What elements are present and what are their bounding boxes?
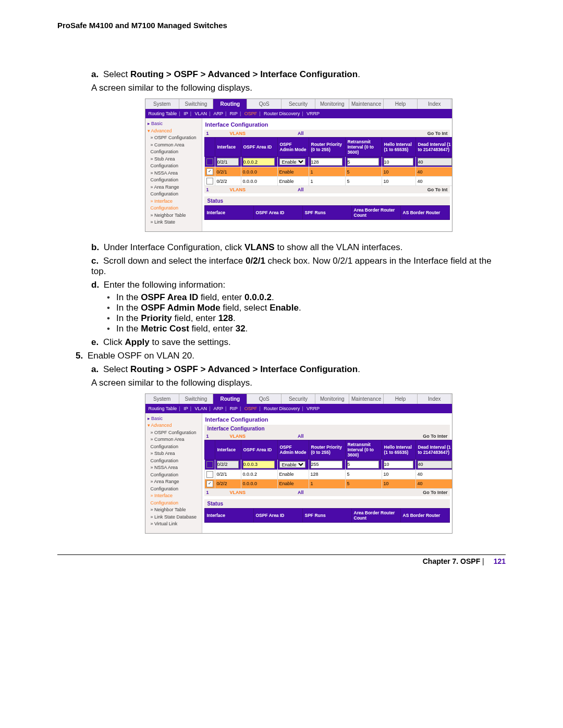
input-row[interactable]: Enable xyxy=(204,459,452,470)
status-table: InterfaceOSPF Area IDSPF RunsArea Border… xyxy=(204,508,450,523)
filter-bar[interactable]: 1 VLANS All Go To Int xyxy=(204,130,450,137)
status-table: InterfaceOSPF Area IDSPF RunsArea Border… xyxy=(204,205,450,220)
sidebar[interactable]: ▸ Basic ▾ Advanced » OSPF Configuration … xyxy=(145,413,202,533)
hello-input xyxy=(384,158,413,166)
prio-input xyxy=(311,158,343,166)
page-header: ProSafe M4100 and M7100 Managed Switches xyxy=(0,0,563,30)
status-title: Status xyxy=(204,499,450,508)
page-footer: Chapter 7. OSPF | 121 xyxy=(0,557,563,565)
filter-bar[interactable]: 1 VLANS All Go To Inter xyxy=(204,433,450,440)
main-tabs[interactable]: SystemSwitching RoutingQoS SecurityMonit… xyxy=(145,394,452,404)
interface-input xyxy=(217,158,239,166)
sidebar[interactable]: ▸ Basic ▾ Advanced » OSPF Configuration … xyxy=(145,118,202,231)
status-title: Status xyxy=(204,196,450,205)
step-d: d. Enter the following information: In t… xyxy=(91,280,506,334)
step-c: c. Scroll down and select the interface … xyxy=(91,256,506,277)
dead-input xyxy=(418,158,452,166)
table-row[interactable]: 0/2/10.0.0.2 Enable128 51040 xyxy=(204,470,452,479)
panel-title: Interface Configuration xyxy=(204,415,450,425)
panel-sub: Interface Configuration xyxy=(204,425,450,433)
step-e: e. Click Apply to save the settings. xyxy=(91,337,506,348)
interface-table[interactable]: InterfaceOSPF Area IDOSPF Admin ModeRout… xyxy=(204,137,452,186)
admin-select: Enable xyxy=(279,158,305,165)
step-b: b. Under Interface Configuration, click … xyxy=(91,242,506,253)
table-row[interactable]: 0/2/20.0.0.0 Enable1 51040 xyxy=(204,479,452,488)
step-a: a. Select Routing > OSPF > Advanced > In… xyxy=(91,69,506,93)
panel-title: Interface Configuration xyxy=(204,120,450,130)
retr-input xyxy=(347,158,380,166)
step-5: 5. Enable OSPF on VLAN 20. xyxy=(76,351,506,361)
step-5a: a. Select Routing > OSPF > Advanced > In… xyxy=(91,364,506,388)
main-tabs[interactable]: SystemSwitching RoutingQoS SecurityMonit… xyxy=(145,99,452,109)
screenshot-1: SystemSwitching RoutingQoS SecurityMonit… xyxy=(145,98,452,232)
subnav[interactable]: Routing Table| IP| VLAN| ARP| RIP| OSPF|… xyxy=(145,404,452,413)
input-row[interactable]: Enable xyxy=(204,157,452,167)
subnav[interactable]: Routing Table| IP| VLAN| ARP| RIP| OSPF|… xyxy=(145,109,452,118)
table-row[interactable]: 0/2/10.0.0.0 Enable1 51040 xyxy=(204,167,452,177)
area-input xyxy=(243,158,275,166)
interface-table[interactable]: InterfaceOSPF Area IDOSPF Admin ModeRout… xyxy=(204,440,452,489)
screenshot-2: SystemSwitching RoutingQoS SecurityMonit… xyxy=(145,393,452,534)
table-row[interactable]: 0/2/20.0.0.0 Enable1 51040 xyxy=(204,177,452,186)
